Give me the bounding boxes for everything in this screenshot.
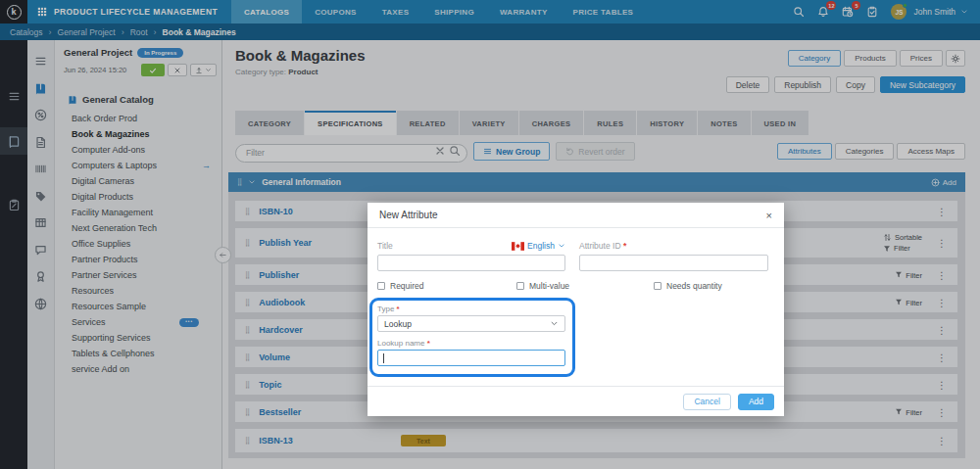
language-label: English [527,241,555,251]
options-checkboxes: RequiredMulti-valueNeeds quantity [377,281,774,291]
modal-footer: Cancel Add [368,386,784,416]
canada-flag-icon [512,242,524,251]
type-label: Type * [377,305,565,313]
close-icon[interactable]: × [766,210,772,221]
checkbox-required[interactable]: Required [377,281,516,291]
cancel-button[interactable]: Cancel [683,394,730,410]
checkbox-needs-quantity[interactable]: Needs quantity [654,281,774,291]
text-cursor [383,353,384,363]
checkbox-box [516,282,524,290]
attribute-id-input[interactable] [579,255,768,271]
language-selector[interactable]: English [512,241,565,251]
checkbox-label: Needs quantity [666,281,722,291]
title-field-label: Title [377,241,393,251]
checkbox-label: Multi-value [529,281,569,291]
new-attribute-modal: New Attribute × Title English [368,203,784,416]
language-chevron-icon [558,242,565,250]
select-chevron-icon [550,319,559,328]
add-button[interactable]: Add [738,394,774,410]
title-input[interactable] [377,255,565,271]
modal-body: Title English Attribute ID * [368,228,784,377]
type-select-value: Lookup [384,319,412,329]
app-root: k PRODUCT LIFECYCLE MANAGEMENT CATALOGSC… [0,0,980,469]
checkbox-box [377,282,385,290]
tutorial-highlight-ring: Type * Lookup Lookup name * [369,298,575,377]
checkbox-label: Required [390,281,424,291]
modal-title: New Attribute [379,210,437,220]
type-select[interactable]: Lookup [377,315,565,332]
lookup-name-label: Lookup name * [377,339,565,348]
checkbox-box [654,282,662,290]
modal-header: New Attribute × [368,203,784,228]
attribute-id-label: Attribute ID * [579,241,626,251]
lookup-name-input[interactable] [377,350,565,366]
checkbox-multi-value[interactable]: Multi-value [516,281,654,291]
